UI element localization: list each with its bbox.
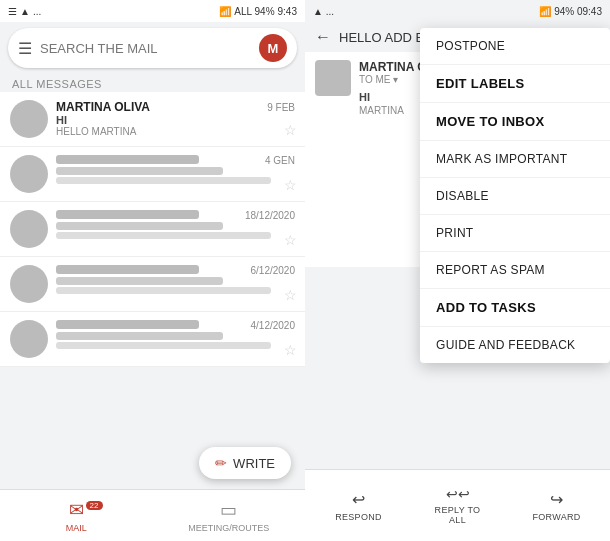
right-panel: ▲ ... 📶 94% 09:43 ← HELLO ADD ETHICAL MA…: [305, 0, 610, 541]
compose-icon: ✏: [215, 455, 227, 471]
respond-button[interactable]: ↩ RESPOND: [309, 484, 408, 528]
sender-avatar: [315, 60, 351, 96]
nav-mail-label: MAIL: [66, 523, 87, 533]
message-preview: [56, 342, 271, 349]
list-item[interactable]: 4/12/2020 ☆: [0, 312, 305, 367]
message-preview: [56, 287, 271, 294]
menu-item-add-tasks[interactable]: ADD TO TASKS: [420, 289, 610, 327]
message-date: 4 GEN: [265, 155, 295, 166]
message-body: 4 GEN: [56, 155, 295, 184]
sender-placeholder: [56, 155, 199, 164]
video-icon: ▭: [220, 499, 237, 521]
message-subject: [56, 222, 223, 230]
battery-left: ALL 94%: [234, 6, 274, 17]
star-icon[interactable]: ☆: [284, 177, 297, 193]
status-icons-left: ☰ ▲ ...: [8, 6, 41, 17]
star-icon[interactable]: ☆: [284, 342, 297, 358]
menu-item-edit-labels[interactable]: EDIT LABELS: [420, 65, 610, 103]
message-subject: [56, 167, 223, 175]
battery-detail: 94%: [554, 6, 574, 17]
time-detail: 09:43: [577, 6, 602, 17]
list-item[interactable]: 6/12/2020 ☆: [0, 257, 305, 312]
message-body: MARTINA OLIVA 9 FEB HI HELLO MARTINA: [56, 100, 295, 137]
message-list: MARTINA OLIVA 9 FEB HI HELLO MARTINA ☆ 4…: [0, 92, 305, 489]
message-subject: HI: [56, 114, 295, 126]
reply-all-label: REPLY TO ALL: [435, 505, 481, 525]
hamburger-icon[interactable]: ☰: [18, 39, 32, 58]
message-date: 6/12/2020: [251, 265, 296, 276]
message-body: 4/12/2020: [56, 320, 295, 349]
respond-icon: ↩: [352, 490, 365, 509]
status-detail-text: ...: [326, 6, 334, 17]
detail-status-bar: ▲ ... 📶 94% 09:43: [305, 0, 610, 22]
status-icons-right: 📶 ALL 94% 9:43: [219, 6, 297, 17]
message-body: 18/12/2020: [56, 210, 295, 239]
message-date: 4/12/2020: [251, 320, 296, 331]
message-date: 18/12/2020: [245, 210, 295, 221]
status-text-left: ...: [33, 6, 41, 17]
back-button[interactable]: ←: [315, 28, 331, 46]
nav-meetings-label: MEETING/ROUTES: [188, 523, 269, 533]
time-left: 9:43: [278, 6, 297, 17]
context-menu: POSTPONE EDIT LABELS MOVE TO INBOX MARK …: [420, 28, 610, 363]
menu-item-report-spam[interactable]: REPORT AS SPAM: [420, 252, 610, 289]
section-label: ALL MESSAGES: [0, 74, 305, 92]
avatar: [10, 265, 48, 303]
star-icon[interactable]: ☆: [284, 122, 297, 138]
forward-button[interactable]: ↪ FORWARD: [507, 484, 606, 528]
star-icon[interactable]: ☆: [284, 287, 297, 303]
menu-item-move-to-inbox[interactable]: MOVE TO INBOX: [420, 103, 610, 141]
action-bar: ↩ RESPOND ↩↩ REPLY TO ALL ↪ FORWARD: [305, 469, 610, 541]
nav-mail[interactable]: ✉ 22 MAIL: [0, 499, 153, 533]
sender-placeholder: [56, 265, 199, 274]
avatar: [10, 320, 48, 358]
menu-item-mark-important[interactable]: MARK AS IMPORTANT: [420, 141, 610, 178]
sender-placeholder: [56, 320, 199, 329]
avatar[interactable]: M: [259, 34, 287, 62]
message-subject: [56, 332, 223, 340]
sender-name: MARTINA OLIVA: [56, 100, 150, 114]
message-body: 6/12/2020: [56, 265, 295, 294]
reply-all-button[interactable]: ↩↩ REPLY TO ALL: [408, 480, 507, 531]
list-item[interactable]: 4 GEN ☆: [0, 147, 305, 202]
reply-all-icon: ↩↩: [446, 486, 470, 502]
message-subject: [56, 277, 223, 285]
sender-placeholder: [56, 210, 199, 219]
menu-item-postpone[interactable]: POSTPONE: [420, 28, 610, 65]
menu-item-guide-feedback[interactable]: GUIDE AND FEEDBACK: [420, 327, 610, 363]
menu-item-print[interactable]: PRINT: [420, 215, 610, 252]
left-panel: ☰ ▲ ... 📶 ALL 94% 9:43 ☰ M ALL MESSAGES …: [0, 0, 305, 541]
menu-item-disable[interactable]: DISABLE: [420, 178, 610, 215]
mail-badge: 22: [86, 501, 103, 510]
message-date: 9 FEB: [267, 102, 295, 113]
mail-icon: ✉: [69, 499, 84, 521]
respond-label: RESPOND: [335, 512, 382, 522]
status-bar-left: ☰ ▲ ... 📶 ALL 94% 9:43: [0, 0, 305, 22]
menu-icon: ☰: [8, 6, 17, 17]
avatar: [10, 210, 48, 248]
status-icons-detail-left: ▲ ...: [313, 6, 334, 17]
message-preview: [56, 232, 271, 239]
forward-icon: ↪: [550, 490, 563, 509]
avatar: [10, 155, 48, 193]
nav-meetings[interactable]: ▭ MEETING/ROUTES: [153, 499, 306, 533]
star-icon[interactable]: ☆: [284, 232, 297, 248]
bottom-nav: ✉ 22 MAIL ▭ MEETING/ROUTES: [0, 489, 305, 541]
wifi-icon: 📶: [219, 6, 231, 17]
signal-icon: ▲: [20, 6, 30, 17]
search-input[interactable]: [40, 41, 251, 56]
status-icons-detail-right: 📶 94% 09:43: [539, 6, 602, 17]
compose-fab[interactable]: ✏ WRITE: [199, 447, 291, 479]
avatar: [10, 100, 48, 138]
list-item[interactable]: MARTINA OLIVA 9 FEB HI HELLO MARTINA ☆: [0, 92, 305, 147]
list-item[interactable]: 18/12/2020 ☆: [0, 202, 305, 257]
message-preview: HELLO MARTINA: [56, 126, 295, 137]
signal-detail-icon: ▲: [313, 6, 323, 17]
compose-label: WRITE: [233, 456, 275, 471]
wifi-detail-icon: 📶: [539, 6, 551, 17]
message-preview: [56, 177, 271, 184]
search-bar[interactable]: ☰ M: [8, 28, 297, 68]
forward-label: FORWARD: [532, 512, 580, 522]
